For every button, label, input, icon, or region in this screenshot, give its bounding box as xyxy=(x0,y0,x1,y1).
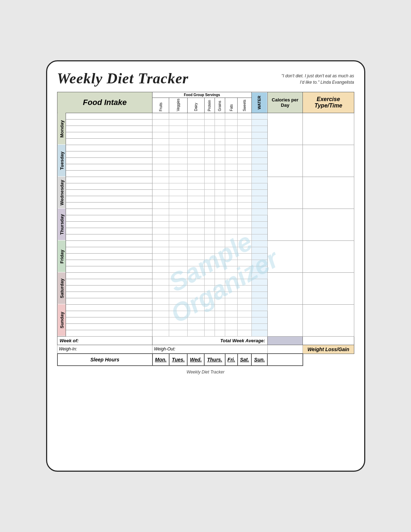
friday-calories[interactable] xyxy=(267,240,303,272)
exercise-header: Exercise Type/Time xyxy=(303,92,354,113)
subheader-protein: Protein xyxy=(204,98,215,113)
sleep-row: Sleep Hours Mon. Tues. Wed. Thurs. Fri. … xyxy=(57,354,354,366)
monday-row-1: Monday xyxy=(57,113,354,119)
monday-protein-1[interactable] xyxy=(204,113,215,119)
sunday-row-1: Sunday xyxy=(57,304,354,311)
sleep-thurs[interactable]: Thurs. xyxy=(204,354,225,366)
total-avg-label: Total Week Average: xyxy=(152,336,267,345)
thursday-exercise[interactable] xyxy=(303,209,354,240)
weigh-out-label: Weigh-Out: xyxy=(152,345,267,354)
tuesday-exercise[interactable] xyxy=(303,145,354,177)
day-monday-label: Monday xyxy=(57,113,66,145)
monday-fats-1[interactable] xyxy=(225,113,238,119)
water-header: WATER xyxy=(251,92,267,113)
monday-veggies-2[interactable] xyxy=(169,119,187,126)
saturday-calories[interactable] xyxy=(267,272,303,304)
wednesday-exercise[interactable] xyxy=(303,177,354,209)
monday-dairy-2[interactable] xyxy=(187,119,204,126)
sleep-wed[interactable]: Wed. xyxy=(187,354,204,366)
monday-grains-1[interactable] xyxy=(215,113,225,119)
monday-fruits-2[interactable] xyxy=(152,119,169,126)
day-sunday-label: Sunday xyxy=(57,304,66,336)
thursday-row-1: Thursday xyxy=(57,209,354,215)
page-container: Sample Organizer Weekly Diet Tracker "I … xyxy=(46,60,365,472)
monday-fruits-1[interactable] xyxy=(152,113,169,119)
monday-grains-2[interactable] xyxy=(215,119,225,126)
wednesday-row-1: Wednesday xyxy=(57,177,354,183)
monday-veggies-1[interactable] xyxy=(169,113,187,119)
day-saturday-label: Saturday xyxy=(57,272,66,304)
calories-header: Calories per Day xyxy=(267,92,303,113)
page-header: Weekly Diet Tracker "I don't diet. I jus… xyxy=(57,70,354,87)
monday-sweets-1[interactable] xyxy=(238,113,252,119)
subheader-grains: Grains xyxy=(215,98,225,113)
page-title: Weekly Diet Tracker xyxy=(57,70,189,87)
day-tuesday-label: Tuesday xyxy=(57,145,66,177)
sleep-tues[interactable]: Tues. xyxy=(169,354,187,366)
sleep-sat[interactable]: Sat. xyxy=(238,354,252,366)
monday-food-2[interactable] xyxy=(66,119,152,126)
food-intake-header: Food Intake xyxy=(57,92,152,113)
day-wednesday-label: Wednesday xyxy=(57,177,66,209)
monday-water-1[interactable] xyxy=(251,113,267,119)
monday-food-3[interactable] xyxy=(66,126,152,132)
sleep-hours-label: Sleep Hours xyxy=(57,354,152,366)
friday-row-1: Friday xyxy=(57,240,354,247)
week-of-row: Week of: Total Week Average: xyxy=(57,336,354,345)
monday-calories[interactable] xyxy=(267,113,303,145)
sleep-mon[interactable]: Mon. xyxy=(152,354,169,366)
weight-loss-gain-label: Weight Loss/Gain xyxy=(303,345,354,354)
monday-exercise[interactable] xyxy=(303,113,354,145)
monday-dairy-1[interactable] xyxy=(187,113,204,119)
monday-protein-2[interactable] xyxy=(204,119,215,126)
footer-text: Weekly Diet Tracker xyxy=(57,370,354,375)
sleep-fri[interactable]: Fri. xyxy=(225,354,238,366)
tuesday-calories[interactable] xyxy=(267,145,303,177)
saturday-row-1: Saturday xyxy=(57,272,354,279)
day-thursday-label: Thursday xyxy=(57,209,66,240)
subheader-fats: Fats xyxy=(225,98,238,113)
sunday-exercise[interactable] xyxy=(303,304,354,336)
weigh-in-label: Weigh-In: xyxy=(57,345,152,354)
saturday-exercise[interactable] xyxy=(303,272,354,304)
food-group-servings-header: Food Group Servings xyxy=(152,92,252,98)
monday-sweets-2[interactable] xyxy=(238,119,252,126)
tuesday-row-1: Tuesday xyxy=(57,145,354,151)
week-of-label: Week of: xyxy=(57,336,152,345)
monday-water-2[interactable] xyxy=(251,119,267,126)
sleep-sun[interactable]: Sun. xyxy=(251,354,267,366)
wednesday-calories[interactable] xyxy=(267,177,303,209)
thursday-calories[interactable] xyxy=(267,209,303,240)
subheader-fruits: Fruits xyxy=(152,98,169,113)
subheader-veggies: Veggies xyxy=(169,98,187,113)
day-friday-label: Friday xyxy=(57,240,66,272)
friday-exercise[interactable] xyxy=(303,240,354,272)
subheader-dairy: Dairy xyxy=(187,98,204,113)
weigh-row: Weigh-In: Weigh-Out: Weight Loss/Gain xyxy=(57,345,354,354)
main-table: Food Intake Food Group Servings WATER Ca… xyxy=(57,92,354,366)
monday-food-1[interactable] xyxy=(66,113,152,119)
sunday-calories[interactable] xyxy=(267,304,303,336)
subheader-sweets: Sweets xyxy=(238,98,252,113)
quote-block: "I don't diet. I just don't eat as much … xyxy=(276,70,354,85)
monday-fats-2[interactable] xyxy=(225,119,238,126)
